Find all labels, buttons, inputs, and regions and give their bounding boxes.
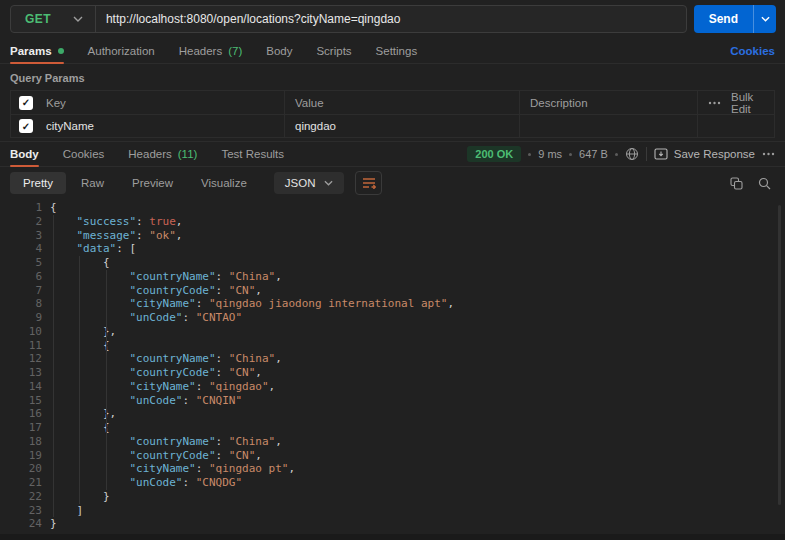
chevron-down-icon [73, 16, 83, 22]
param-key-cell[interactable]: cityName [46, 120, 94, 132]
save-response-button[interactable]: Save Response [654, 148, 755, 160]
line-number: 15 [0, 394, 42, 408]
meta-separator-dot [615, 153, 618, 156]
view-tab-visualize[interactable]: Visualize [188, 172, 260, 194]
search-icon[interactable] [758, 177, 771, 190]
params-active-dot-icon [58, 48, 64, 54]
select-all-checkbox[interactable] [19, 96, 33, 110]
line-number: 2 [0, 215, 42, 229]
indent-guide [79, 256, 80, 504]
response-time[interactable]: 9 ms [538, 148, 562, 160]
line-number: 12 [0, 352, 42, 366]
line-number: 20 [0, 462, 42, 476]
response-tab-cookies[interactable]: Cookies [63, 142, 105, 166]
response-size[interactable]: 647 B [579, 148, 608, 160]
line-number: 23 [0, 504, 42, 518]
send-options-button[interactable] [753, 5, 776, 33]
headers-count: (7) [228, 45, 242, 57]
tab-label: Scripts [316, 45, 351, 57]
line-number: 8 [0, 297, 42, 311]
code-line: 21 "unCode": "CNQDG" [0, 476, 785, 490]
response-tab-test-results[interactable]: Test Results [221, 142, 284, 166]
line-number: 11 [0, 339, 42, 353]
code-line: 2 "success": true, [0, 215, 785, 229]
response-tab-headers[interactable]: Headers (11) [128, 142, 197, 166]
window-bottom-edge [0, 534, 785, 540]
line-number: 3 [0, 229, 42, 243]
url-input[interactable] [96, 12, 686, 26]
save-response-icon [654, 148, 668, 160]
code-line: 16 }, [0, 407, 785, 421]
tab-settings[interactable]: Settings [376, 38, 418, 63]
column-header-key: Key [46, 97, 66, 109]
tab-headers[interactable]: Headers (7) [179, 38, 243, 63]
params-more-options-icon[interactable] [708, 101, 721, 105]
send-split-button: Send [694, 5, 776, 33]
code-line: 17 { [0, 421, 785, 435]
table-row: cityName qingdao [11, 114, 774, 137]
view-tab-pretty[interactable]: Pretty [10, 172, 66, 194]
line-number: 5 [0, 256, 42, 270]
param-value-cell[interactable]: qingdao [295, 120, 336, 132]
code-line: 9 "unCode": "CNTAO" [0, 311, 785, 325]
column-header-value: Value [295, 97, 324, 109]
view-tab-preview[interactable]: Preview [119, 172, 186, 194]
line-number: 21 [0, 476, 42, 490]
tab-label: Cookies [63, 148, 105, 160]
code-line: 14 "cityName": "qingdao", [0, 380, 785, 394]
code-line: 24} [0, 517, 785, 531]
tab-authorization[interactable]: Authorization [88, 38, 155, 63]
row-checkbox[interactable] [19, 119, 33, 133]
code-line: 6 "countryName": "China", [0, 270, 785, 284]
format-label: JSON [285, 177, 316, 189]
code-line: 8 "cityName": "qingdao jiaodong internat… [0, 297, 785, 311]
line-number: 24 [0, 517, 42, 531]
status-badge[interactable]: 200 OK [467, 146, 521, 162]
copy-icon[interactable] [730, 177, 743, 190]
scrollbar[interactable] [778, 205, 781, 505]
view-tab-raw[interactable]: Raw [68, 172, 117, 194]
tab-label: Authorization [88, 45, 155, 57]
meta-divider [646, 147, 647, 161]
wrap-lines-icon [362, 177, 376, 189]
tab-scripts[interactable]: Scripts [316, 38, 351, 63]
code-line: 11 { [0, 339, 785, 353]
wrap-lines-button[interactable] [355, 171, 382, 195]
response-headers-count: (11) [178, 148, 198, 160]
line-number: 14 [0, 380, 42, 394]
code-line: 19 "countryCode": "CN", [0, 449, 785, 463]
tab-label: Settings [376, 45, 418, 57]
meta-separator-dot [528, 153, 531, 156]
method-selector[interactable]: GET [11, 6, 95, 32]
save-response-label: Save Response [674, 148, 755, 160]
line-number: 7 [0, 284, 42, 298]
response-tabs: Body Cookies Headers (11) Test Results 2… [0, 141, 785, 167]
response-more-options-icon[interactable] [762, 152, 775, 156]
format-selector[interactable]: JSON [274, 172, 345, 194]
tab-body[interactable]: Body [266, 38, 292, 63]
network-globe-icon[interactable] [625, 147, 639, 161]
response-tab-body[interactable]: Body [10, 142, 39, 166]
send-button[interactable]: Send [694, 5, 753, 33]
tab-params[interactable]: Params [10, 38, 64, 63]
postman-request-panel: GET Send Params Authorization [0, 0, 785, 534]
cookies-link[interactable]: Cookies [730, 45, 775, 57]
chevron-down-icon [324, 180, 333, 186]
code-line: 10 }, [0, 325, 785, 339]
query-params-title: Query Params [0, 64, 785, 90]
url-bar: GET Send [0, 0, 785, 38]
indent-guide [53, 215, 54, 518]
tab-label: Headers [179, 45, 222, 57]
line-number: 9 [0, 311, 42, 325]
code-line: 15 "unCode": "CNQIN" [0, 394, 785, 408]
tab-label: Body [10, 148, 39, 160]
code-line: 3 "message": "ok", [0, 229, 785, 243]
indent-guide [106, 270, 107, 490]
response-body-code[interactable]: 1{2 "success": true,3 "message": "ok",4 … [0, 199, 785, 534]
tab-label: Headers [128, 148, 171, 160]
line-number: 6 [0, 270, 42, 284]
line-number: 22 [0, 490, 42, 504]
code-line: 12 "countryName": "China", [0, 352, 785, 366]
table-header-row: Key Value Description Bulk Edit [11, 91, 774, 114]
bulk-edit-button[interactable]: Bulk Edit [731, 91, 764, 115]
